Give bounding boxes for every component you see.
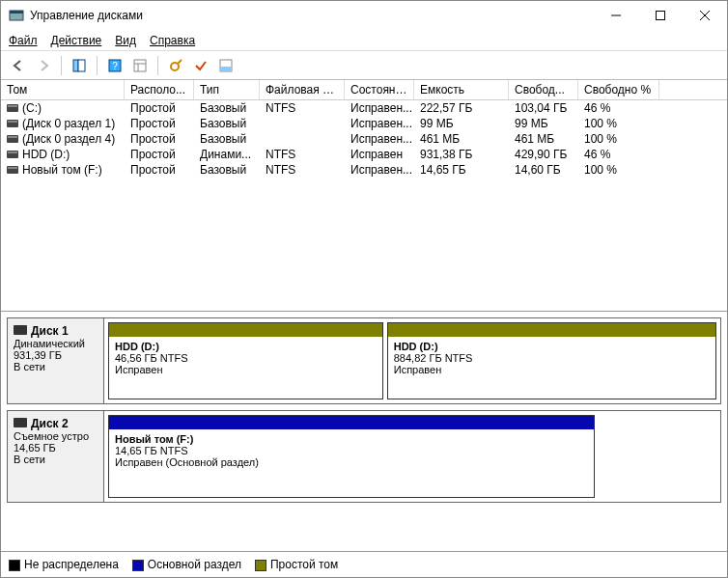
swatch-black-icon [9,560,20,571]
partition-status: Исправен (Основной раздел) [115,456,588,468]
check-icon[interactable] [189,54,212,77]
table-row[interactable]: HDD (D:)ПростойДинами...NTFSИсправен931,… [1,147,727,162]
disk-label: Диск 2 [31,417,69,430]
legend-simple: Простой том [255,558,338,571]
disk-size: 931,39 ГБ [14,349,98,361]
list-bottom-icon[interactable] [214,54,238,77]
toolbar-separator [61,56,62,75]
settings-view-button[interactable] [128,54,152,77]
volume-icon [7,104,18,112]
toolbar: ? [1,51,727,80]
close-button[interactable] [683,1,727,30]
partition-stripe [109,416,594,429]
maximize-button[interactable] [638,1,683,30]
menu-action[interactable]: Действие [51,34,102,47]
disk-status: В сети [14,361,98,372]
volume-icon [7,166,18,174]
disk-row: Диск 1 Динамический 931,39 ГБ В сети HDD… [7,317,721,404]
col-capacity[interactable]: Емкость [414,80,509,99]
svg-rect-16 [220,67,232,71]
disk-icon [14,325,27,335]
disk-type: Динамический [14,338,98,349]
disk-header[interactable]: Диск 1 Динамический 931,39 ГБ В сети [8,318,104,403]
partition-box[interactable]: HDD (D:) 884,82 ГБ NTFS Исправен [387,322,716,399]
volume-icon [7,120,18,127]
menubar: Файл Действие Вид Справка [1,30,727,51]
col-type[interactable]: Тип [194,80,260,99]
volume-list[interactable]: Том Располо... Тип Файловая с... Состоян… [1,80,727,312]
partition-stripe [388,323,715,337]
menu-view[interactable]: Вид [115,34,136,47]
table-row[interactable]: Новый том (F:)ПростойБазовыйNTFSИсправен… [1,162,727,178]
help-button[interactable]: ? [103,54,126,77]
partition-size: 884,82 ГБ NTFS [394,352,710,364]
table-row[interactable]: (C:)ПростойБазовыйNTFSИсправен...222,57 … [1,100,727,116]
col-status[interactable]: Состояние [345,80,414,99]
svg-rect-6 [73,60,78,71]
back-button[interactable] [7,54,30,77]
svg-rect-10 [134,60,146,71]
volume-icon [7,151,18,158]
menu-file[interactable]: Файл [9,34,38,47]
disk-status: В сети [14,454,98,465]
disk-row: Диск 2 Съемное устро 14,65 ГБ В сети Нов… [7,410,721,503]
disk-icon [14,418,27,427]
col-volume[interactable]: Том [1,80,125,99]
minimize-button[interactable] [594,1,638,30]
titlebar: Управление дисками [1,1,727,30]
svg-rect-1 [10,11,23,14]
legend-primary: Основной раздел [132,558,241,571]
app-icon [9,8,24,23]
col-free[interactable]: Свобод... [509,80,578,99]
window-title: Управление дисками [30,9,594,22]
disk-type: Съемное устро [14,430,98,442]
window-buttons [594,1,727,30]
forward-button[interactable] [32,54,55,77]
partition-name: Новый том (F:) [115,433,588,445]
svg-line-14 [178,60,182,64]
legend: Не распределена Основной раздел Простой … [1,552,727,577]
disk-label: Диск 1 [31,324,69,338]
partition-stripe [109,323,382,337]
menu-help[interactable]: Справка [150,34,195,47]
partition-name: HDD (D:) [394,341,710,352]
partition-status: Исправен [115,364,377,375]
refresh-icon[interactable] [164,54,187,77]
table-row[interactable]: (Диск 0 раздел 1)ПростойБазовыйИсправен.… [1,116,727,131]
table-row[interactable]: (Диск 0 раздел 4)ПростойБазовыйИсправен.… [1,131,727,147]
volume-rows: (C:)ПростойБазовыйNTFSИсправен...222,57 … [1,100,727,178]
disk-graphical-area[interactable]: Диск 1 Динамический 931,39 ГБ В сети HDD… [1,312,727,552]
svg-rect-7 [78,60,85,71]
partition-size: 46,56 ГБ NTFS [115,352,377,364]
toolbar-separator [157,56,158,75]
disk-size: 14,65 ГБ [14,442,98,454]
partition-status: Исправен [394,364,710,375]
svg-point-13 [171,63,179,70]
legend-unallocated: Не распределена [9,558,119,571]
toolbar-separator [97,56,98,75]
partition-box[interactable]: Новый том (F:) 14,65 ГБ NTFS Исправен (О… [108,415,595,498]
volume-icon [7,135,18,143]
svg-rect-3 [657,12,665,20]
partition-size: 14,65 ГБ NTFS [115,445,588,456]
show-hide-button[interactable] [68,54,91,77]
svg-text:?: ? [112,61,118,71]
volume-list-header: Том Располо... Тип Файловая с... Состоян… [1,80,727,100]
col-layout[interactable]: Располо... [125,80,194,99]
partition-name: HDD (D:) [115,341,377,352]
swatch-olive-icon [255,560,266,571]
disk-header[interactable]: Диск 2 Съемное устро 14,65 ГБ В сети [8,411,104,502]
swatch-blue-icon [132,560,144,571]
col-fs[interactable]: Файловая с... [260,80,345,99]
partition-box[interactable]: HDD (D:) 46,56 ГБ NTFS Исправен [108,322,383,399]
col-pct[interactable]: Свободно % [578,80,659,99]
